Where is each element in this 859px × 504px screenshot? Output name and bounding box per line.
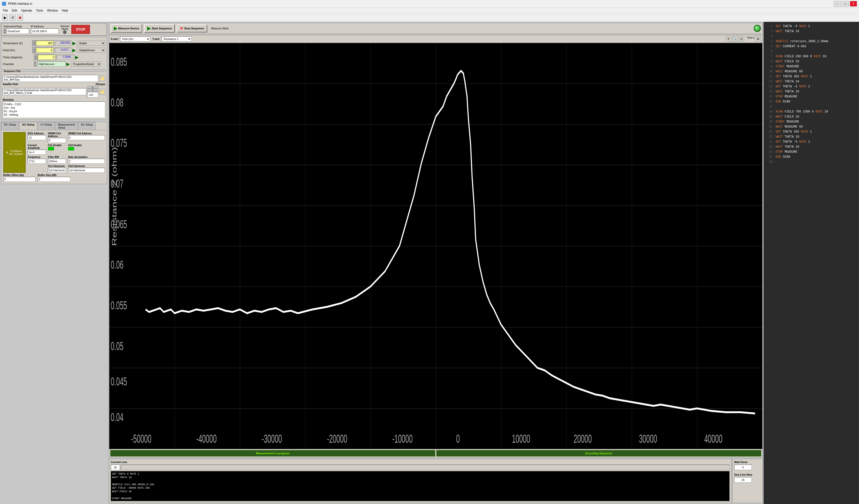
wait-done-input[interactable]: 0 bbox=[734, 464, 752, 470]
stop-button[interactable]: STOP bbox=[71, 25, 90, 34]
chamber-up-arrow[interactable]: ▲ bbox=[34, 61, 36, 64]
sr860-ch1-label: SR860 Ch1 Address bbox=[48, 132, 66, 138]
ch2-harmonic-input[interactable]: 1st Harmonic bbox=[68, 168, 105, 173]
ch2-enable-led[interactable] bbox=[68, 147, 74, 150]
ip-address-label: IP Address bbox=[31, 25, 59, 28]
configure-ac-system-button[interactable]: ⚙ ConfigureAC System bbox=[3, 132, 26, 173]
minimize-button[interactable]: ─ bbox=[834, 1, 841, 6]
ch1-enable-label: Ch1 Enable bbox=[48, 144, 66, 147]
menu-help[interactable]: Help bbox=[60, 8, 70, 13]
start-sequence-button[interactable]: ▶ Start Sequence bbox=[144, 24, 175, 33]
field-go-arrow[interactable]: ▶ bbox=[72, 47, 76, 53]
tab-measurement-setup[interactable]: MeasurementSetup bbox=[55, 122, 78, 130]
x-label-7: 10000 bbox=[512, 432, 530, 445]
measure-device-button[interactable]: ▶ Measure Device bbox=[111, 24, 142, 33]
filetype-input[interactable]: .csv bbox=[87, 92, 98, 97]
tab-ac-setup[interactable]: AC Setup bbox=[19, 122, 37, 130]
menu-file[interactable]: File bbox=[1, 8, 10, 13]
main-content: InstrumentType ▲ ▼ DynaCool IP Address 1… bbox=[0, 22, 859, 504]
chart-crosshair[interactable]: ✛ bbox=[726, 36, 731, 42]
y-label-1: 0.085 bbox=[111, 55, 127, 68]
temperature-go-arrow[interactable]: ▶ bbox=[72, 41, 76, 46]
instrument-section: InstrumentType ▲ ▼ DynaCool IP Address 1… bbox=[1, 23, 107, 36]
y-axis-select[interactable]: Resistance 2 Resistance 1 bbox=[162, 36, 192, 42]
toolbar-stop[interactable]: ⏹ bbox=[17, 15, 23, 20]
temp-up-arrow[interactable]: ▲ bbox=[32, 41, 36, 43]
sr860-ch2-input[interactable]: 5 bbox=[68, 135, 105, 140]
theta-go-arrow[interactable]: ▶ bbox=[75, 55, 79, 60]
code-line-3: 3 bbox=[764, 34, 859, 39]
menu-operate[interactable]: Operate bbox=[19, 8, 34, 13]
toolbar-refresh[interactable]: ↺ bbox=[10, 15, 16, 20]
chart-settings[interactable]: ⚙ bbox=[755, 36, 761, 42]
code-line-25: 25 WAIT THETA 10 bbox=[764, 144, 859, 149]
measure-blink-led bbox=[754, 25, 761, 32]
filetype-down-arrow[interactable]: ▼ bbox=[87, 89, 98, 91]
filter-bw-label: Filter BW bbox=[48, 156, 66, 158]
tab-ac-setup2[interactable]: AC Setup bbox=[78, 122, 95, 130]
rate-dec-input[interactable]: 2 bbox=[68, 159, 105, 164]
chamber-down-arrow[interactable]: ▼ bbox=[34, 64, 36, 67]
field-up-arrow[interactable]: ▲ bbox=[32, 47, 36, 50]
stop-sequence-label: Stop Sequence bbox=[184, 27, 204, 30]
filetype-up-arrow[interactable]: ▲ bbox=[87, 86, 98, 89]
buffer-offset-input[interactable]: 0 bbox=[3, 177, 36, 182]
datafile-browse[interactable]: 📁 bbox=[99, 89, 105, 95]
6221-address-input[interactable]: 12 bbox=[28, 135, 46, 140]
current-line-section: Current Line 16 SET THETA 0 RATE 1 WAIT … bbox=[109, 459, 732, 503]
chamber-status-dropdown[interactable]: PurgedAndSeale bbox=[71, 62, 101, 66]
chart-zoom[interactable]: 🔍 bbox=[732, 36, 738, 42]
sequence-status[interactable]: Executing Sequence bbox=[436, 450, 761, 457]
filetype-label: Filetype bbox=[96, 83, 105, 86]
y-label-8: 0.05 bbox=[111, 339, 124, 353]
menu-edit[interactable]: Edit bbox=[10, 8, 19, 13]
x-label-6: 0 bbox=[456, 432, 459, 445]
temperature-status-dropdown[interactable]: Stable FastSettle bbox=[77, 41, 105, 46]
x-axis-select[interactable]: Field (Oe) bbox=[120, 36, 150, 42]
theta-up-arrow[interactable]: ▲ bbox=[34, 55, 38, 57]
field-down-arrow[interactable]: ▼ bbox=[32, 50, 36, 53]
instrument-type-input[interactable]: DynaCool bbox=[6, 28, 29, 34]
toolbar-run[interactable]: ▶ bbox=[2, 15, 8, 20]
tab-dc-setup[interactable]: DC Setup bbox=[1, 122, 19, 130]
chamber-value-input[interactable]: HighVacuum bbox=[38, 61, 65, 67]
measurement-status[interactable]: Measurement in progress bbox=[110, 450, 435, 457]
type-down-arrow[interactable]: ▼ bbox=[3, 31, 6, 34]
temp-down-arrow[interactable]: ▼ bbox=[32, 43, 36, 46]
datafile-path-input: C:\Users\QDUser\Desktop\User Data\Shivam… bbox=[3, 88, 86, 95]
current-amplitude-input[interactable]: 1e-4 bbox=[28, 150, 46, 155]
chamber-go-arrow[interactable]: ▶ bbox=[66, 61, 70, 67]
stop-sequence-button[interactable]: ✕ Stop Sequence bbox=[177, 25, 207, 32]
temperature-set-input[interactable]: 300 bbox=[36, 41, 54, 46]
chart-status-bar: Measurement in progress Executing Sequen… bbox=[109, 449, 762, 458]
seq-line-now-input[interactable]: 16 bbox=[734, 477, 752, 483]
ch1-harmonic-input[interactable]: 1st Harmonic bbox=[48, 168, 66, 173]
field-row: Field (Oe) ▲ ▼ 0 -0.072... ▶ StableDrive… bbox=[3, 47, 105, 53]
field-set-input[interactable]: 0 bbox=[36, 48, 54, 53]
close-button[interactable]: ✕ bbox=[850, 1, 857, 6]
tab-iv-setup[interactable]: I-V Setup bbox=[38, 122, 55, 130]
code-line-17: 17 bbox=[764, 104, 859, 109]
buffer-size-input[interactable]: 2 bbox=[38, 177, 70, 182]
current-line-num[interactable]: 16 bbox=[111, 464, 120, 470]
ip-address-input[interactable]: 10.29.168.8 bbox=[31, 28, 59, 34]
y-label-10: 0.04 bbox=[111, 411, 124, 424]
sequence-file-browse[interactable]: 📁 bbox=[99, 75, 105, 81]
theta-down-arrow[interactable]: ▼ bbox=[34, 57, 38, 60]
chart-svg: 0.085 0.08 0.075 0.07 0.065 0.06 0.055 0… bbox=[109, 43, 762, 449]
chart-autoscale[interactable]: ⊡ bbox=[739, 36, 744, 42]
frequency-input[interactable]: 1711 bbox=[28, 159, 46, 164]
menu-window[interactable]: Window bbox=[45, 8, 60, 13]
theta-set-input[interactable]: 0 bbox=[38, 55, 55, 60]
sr860-ch1-input[interactable]: 4 bbox=[48, 138, 66, 143]
filter-bw-input[interactable]: 100ms bbox=[48, 159, 66, 164]
maximize-button[interactable]: □ bbox=[842, 1, 849, 6]
rate-dec-group: Rate decimation 2 bbox=[68, 156, 105, 164]
configure-ac-label: ConfigureAC System bbox=[9, 149, 23, 155]
field-status-dropdown[interactable]: StableDriven Stable bbox=[77, 48, 105, 53]
ch1-enable-led[interactable] bbox=[48, 147, 54, 150]
menu-tools[interactable]: Tools bbox=[34, 8, 45, 13]
code-line-19: 19 WAIT FIELD 10 bbox=[764, 114, 859, 119]
type-up-arrow[interactable]: ▲ bbox=[3, 28, 6, 31]
ch1-harmonic-label: Ch1 Harmonic bbox=[48, 165, 66, 168]
